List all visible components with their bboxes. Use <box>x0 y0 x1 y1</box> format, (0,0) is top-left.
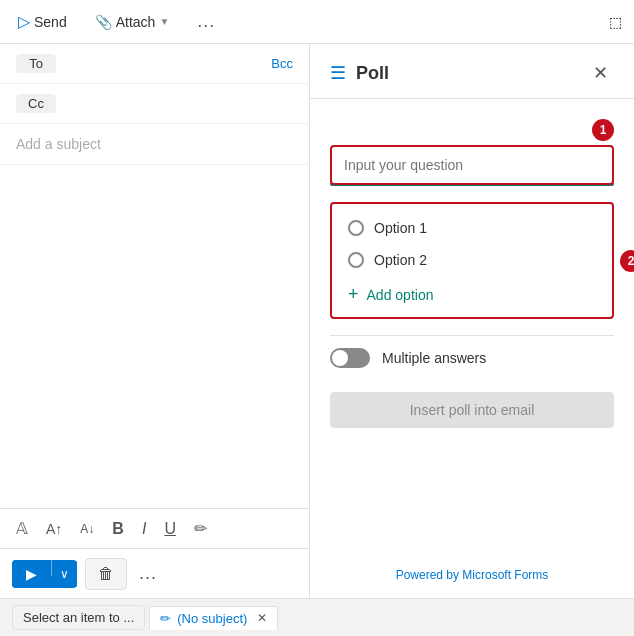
option1-label: Option 1 <box>374 220 596 236</box>
bcc-link[interactable]: Bcc <box>271 56 293 71</box>
add-option-label: Add option <box>367 287 434 303</box>
compose-more-button[interactable]: ... <box>135 557 161 590</box>
options-box: Option 1 Option 2 + Add option <box>330 202 614 319</box>
more-label: ... <box>197 11 215 32</box>
callout2-badge: 2 <box>620 250 634 272</box>
toolbar: ▷ Send 📎 Attach ▼ ... ⬚ <box>0 0 634 44</box>
option2-label: Option 2 <box>374 252 596 268</box>
cc-label: Cc <box>16 94 56 113</box>
options-section: Option 1 Option 2 + Add option 2 <box>330 202 614 319</box>
attach-icon: 📎 <box>95 14 112 30</box>
send-main[interactable]: ▶ <box>12 560 51 588</box>
insert-poll-button[interactable]: Insert poll into email <box>330 392 614 428</box>
question-input[interactable] <box>330 145 614 185</box>
poll-title: Poll <box>356 63 587 84</box>
format-toolbar: 𝔸 A↑ A↓ B I U ✏ <box>0 508 309 548</box>
poll-pane: ☰ Poll ✕ 1 Option 1 <box>310 44 634 598</box>
more-options-button[interactable]: ... <box>191 7 221 36</box>
tab-close-icon[interactable]: ✕ <box>257 611 267 625</box>
tab-label: (No subject) <box>177 611 247 626</box>
add-option-plus-icon: + <box>348 284 359 305</box>
poll-close-button[interactable]: ✕ <box>587 60 614 86</box>
attach-chevron-icon: ▼ <box>159 16 169 27</box>
toggle-label: Multiple answers <box>382 350 486 366</box>
attach-button[interactable]: 📎 Attach ▼ <box>89 10 176 34</box>
edit-icon: ✏ <box>160 611 171 626</box>
status-bar: Select an item to ... ✏ (No subject) ✕ <box>0 598 634 636</box>
decrease-font-icon[interactable]: A↓ <box>76 520 98 538</box>
send-icon: ▷ <box>18 12 30 31</box>
multiple-answers-toggle[interactable] <box>330 348 370 368</box>
send-action-button[interactable]: ▶ | ∨ <box>12 560 77 588</box>
cc-field-row: Cc <box>0 84 309 124</box>
toggle-row: Multiple answers <box>330 335 614 380</box>
send-label: Send <box>34 14 67 30</box>
toggle-knob <box>332 350 348 366</box>
select-item-label: Select an item to ... <box>23 610 134 625</box>
action-bar: ▶ | ∨ 🗑 ... <box>0 548 309 598</box>
option1-radio[interactable] <box>348 220 364 236</box>
callout1-row: 1 <box>330 119 614 141</box>
to-label: To <box>16 54 56 73</box>
callout2-wrapper: 2 <box>620 250 634 272</box>
increase-font-icon[interactable]: A↑ <box>42 519 66 539</box>
select-item-button[interactable]: Select an item to ... <box>12 605 145 630</box>
question-input-wrapper <box>330 145 614 186</box>
callout1-badge: 1 <box>592 119 614 141</box>
attach-label: Attach <box>116 14 156 30</box>
option1-row: Option 1 <box>340 212 604 244</box>
compose-icon[interactable]: ⬚ <box>609 14 622 30</box>
underline-button[interactable]: U <box>160 518 180 540</box>
trash-icon: 🗑 <box>98 565 114 582</box>
delete-button[interactable]: 🗑 <box>85 558 127 590</box>
option2-row: Option 2 <box>340 244 604 276</box>
to-field-row: To Bcc <box>0 44 309 84</box>
send-button[interactable]: ▷ Send <box>12 8 73 35</box>
option2-radio[interactable] <box>348 252 364 268</box>
highlight-icon[interactable]: ✏ <box>190 517 211 540</box>
draft-tab[interactable]: ✏ (No subject) ✕ <box>149 606 278 630</box>
poll-body: 1 Option 1 Option 2 <box>310 99 634 558</box>
main-content: To Bcc Cc Add a subject 𝔸 A↑ A↓ B I U ✏ … <box>0 44 634 598</box>
subject-placeholder: Add a subject <box>16 136 101 152</box>
subject-field[interactable]: Add a subject <box>0 124 309 165</box>
compose-more-dots: ... <box>139 563 157 583</box>
poll-footer: Powered by Microsoft Forms <box>310 558 634 598</box>
add-option-row[interactable]: + Add option <box>340 276 604 309</box>
bold-button[interactable]: B <box>108 518 128 540</box>
poll-header: ☰ Poll ✕ <box>310 44 634 99</box>
email-compose-pane: To Bcc Cc Add a subject 𝔸 A↑ A↓ B I U ✏ … <box>0 44 310 598</box>
format-text-icon[interactable]: 𝔸 <box>12 517 32 540</box>
question-section: 1 <box>330 119 614 186</box>
italic-button[interactable]: I <box>138 518 150 540</box>
footer-text: Powered by Microsoft Forms <box>396 568 549 582</box>
email-body[interactable] <box>0 165 309 508</box>
poll-icon: ☰ <box>330 62 346 84</box>
send-dropdown[interactable]: ∨ <box>52 561 77 587</box>
